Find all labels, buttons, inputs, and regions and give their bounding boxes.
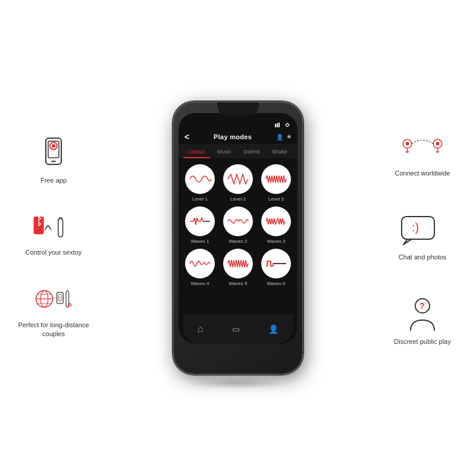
tab-delimit[interactable]: Delimit xyxy=(239,146,265,158)
feature-control: Control your sextoy xyxy=(12,209,95,258)
app-header: < Play modes 👤 ✱ xyxy=(178,130,298,144)
svg-point-25 xyxy=(436,142,440,145)
mode-waves2[interactable]: Waves 2 xyxy=(221,206,255,244)
tab-shake[interactable]: Shake xyxy=(267,146,293,158)
svg-text:₿: ₿ xyxy=(69,304,70,307)
bottom-nav: ⌂ ▭ 👤 xyxy=(183,314,293,344)
mode-waves1[interactable]: Waves 1 xyxy=(183,206,217,244)
free-app-icon xyxy=(33,137,74,173)
tab-bar: Classic Music Delimit Shake xyxy=(178,144,298,158)
profile-icon[interactable]: 👤 xyxy=(268,324,278,334)
main-container: Free app Control your sex xyxy=(0,0,476,476)
svg-point-3 xyxy=(52,144,55,148)
tab-classic[interactable]: Classic xyxy=(183,146,210,158)
header-icons: 👤 ✱ xyxy=(276,134,292,140)
chat-icon-area: :) xyxy=(399,214,446,249)
control-label: Control your sextoy xyxy=(26,249,82,258)
mode-level1[interactable]: Level 1 xyxy=(183,164,217,202)
left-features: Free app Control your sex xyxy=(12,137,95,339)
longdistance-label: Perfect for long-distance couples xyxy=(12,321,95,339)
settings-icon[interactable]: 👤 xyxy=(276,134,283,140)
chat-icon[interactable]: ▭ xyxy=(232,324,240,334)
mode-waves5[interactable]: Waves 5 xyxy=(221,249,255,286)
feature-chat: :) Chat and photos xyxy=(381,214,464,262)
mode-waves4[interactable]: Waves 4 xyxy=(183,249,217,286)
mode-waves3[interactable]: Waves 3 xyxy=(259,206,293,244)
control-icon xyxy=(33,209,74,245)
phone-mockup: < Play modes 👤 ✱ Classic Music Delimit S… xyxy=(173,101,303,375)
svg-rect-17 xyxy=(275,124,276,127)
svg-text:₿: ₿ xyxy=(58,296,61,300)
chat-label: Chat and photos xyxy=(399,253,447,262)
feature-discreet: ? Discreet public play xyxy=(381,298,464,346)
feature-connect: Connect worldwide xyxy=(381,130,464,178)
home-icon[interactable]: ⌂ xyxy=(198,324,203,334)
back-button[interactable]: < xyxy=(184,132,189,142)
feature-longdistance: ₿ ₿ Perfect for long-distance couples xyxy=(12,281,95,339)
right-features: Connect worldwide :) Chat and photos xyxy=(381,130,464,346)
discreet-icon: ? xyxy=(399,298,446,334)
app-title: Play modes xyxy=(214,133,252,140)
connect-label: Connect worldwide xyxy=(395,169,450,178)
connect-icon xyxy=(399,130,446,165)
mode-level3[interactable]: Level 3 xyxy=(259,164,293,202)
mode-waves6[interactable]: Waves 6 xyxy=(259,249,293,286)
discreet-label: Discreet public play xyxy=(394,337,450,346)
svg-text::): :) xyxy=(412,221,419,234)
phone-screen: < Play modes 👤 ✱ Classic Music Delimit S… xyxy=(178,113,298,344)
mode-level2[interactable]: Level 2 xyxy=(221,164,255,202)
svg-point-23 xyxy=(406,142,409,145)
phone-reflection xyxy=(190,377,286,389)
phone-body: < Play modes 👤 ✱ Classic Music Delimit S… xyxy=(173,101,303,375)
longdistance-icon: ₿ ₿ xyxy=(33,281,74,317)
feature-free-app: Free app xyxy=(12,137,95,185)
bluetooth-icon[interactable]: ✱ xyxy=(287,134,292,140)
tab-music[interactable]: Music xyxy=(211,146,238,158)
svg-text:?: ? xyxy=(419,301,425,311)
modes-grid: Level 1 Level 2 xyxy=(178,158,298,292)
free-app-label: Free app xyxy=(40,176,67,185)
svg-rect-19 xyxy=(278,123,280,127)
status-bar xyxy=(178,113,298,130)
svg-rect-18 xyxy=(277,123,278,127)
